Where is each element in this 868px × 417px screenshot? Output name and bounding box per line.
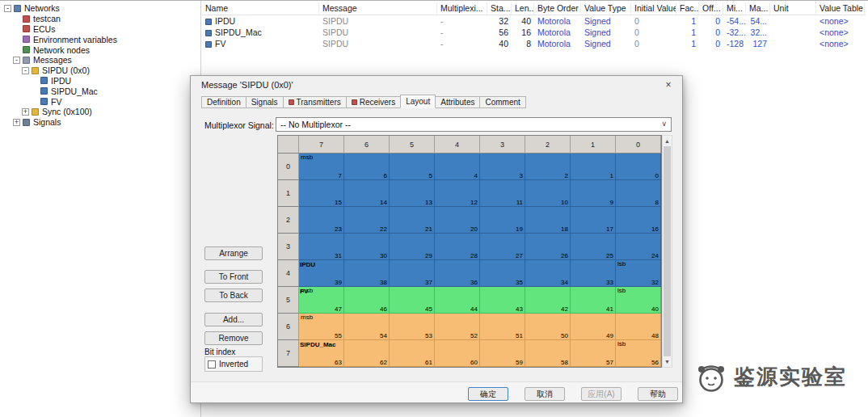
help-button[interactable]: 帮助	[638, 387, 678, 401]
bit-cell-16[interactable]: 16	[616, 207, 661, 234]
tab-layout[interactable]: Layout	[400, 95, 436, 108]
bit-cell-33[interactable]: 33	[571, 260, 616, 287]
tab-signals[interactable]: Signals	[246, 96, 284, 108]
tree-item-fv[interactable]: FV	[0, 96, 200, 107]
bit-cell-25[interactable]: 25	[571, 234, 616, 260]
bit-cell-23[interactable]: 23	[299, 207, 344, 234]
ok-button[interactable]: 确定	[468, 387, 508, 401]
tree-item-ecus[interactable]: ECUs	[0, 24, 200, 35]
tree-item-sync-0x100[interactable]: +Sync (0x100)	[0, 107, 200, 117]
inverted-checkbox[interactable]	[208, 360, 216, 369]
bit-cell-12[interactable]: 12	[435, 180, 480, 207]
bit-cell-17[interactable]: 17	[571, 207, 616, 234]
tree-item-ipdu[interactable]: IPDU	[0, 76, 200, 86]
bit-cell-38[interactable]: 38	[344, 260, 390, 287]
column-header-message[interactable]: Message	[319, 2, 437, 15]
tree-item-sipdu-mac[interactable]: SIPDU_Mac	[0, 86, 200, 96]
bit-cell-19[interactable]: 19	[480, 207, 525, 234]
bit-cell-35[interactable]: 35	[480, 260, 525, 287]
scroll-up-icon[interactable]: ▲	[663, 136, 672, 146]
collapse-icon[interactable]: -	[13, 57, 20, 64]
add-button[interactable]: Add...	[204, 313, 263, 326]
bit-cell-27[interactable]: 27	[480, 234, 525, 260]
bit-cell-55[interactable]: msb55	[299, 314, 344, 340]
bit-cell-2[interactable]: 2	[525, 154, 571, 180]
column-header-ma[interactable]: Ma...	[746, 2, 770, 15]
bit-cell-54[interactable]: 54	[344, 314, 390, 340]
to-back-button[interactable]: To Back	[204, 289, 263, 302]
table-row[interactable]: IPDUSIPDU-3240MotorolaSigned010-54...54.…	[202, 15, 865, 27]
bit-cell-44[interactable]: 44	[435, 287, 480, 314]
tab-transmitters[interactable]: Transmitters	[283, 96, 347, 108]
tree-item-signals[interactable]: +Signals	[0, 117, 200, 128]
cancel-button[interactable]: 取消	[525, 387, 565, 401]
collapse-icon[interactable]: -	[22, 67, 29, 74]
bit-cell-56[interactable]: lsb56	[616, 340, 661, 367]
bit-cell-46[interactable]: 46	[344, 287, 390, 314]
tree-item-sipdu-0x0[interactable]: -SIPDU (0x0)	[0, 65, 200, 76]
bit-cell-53[interactable]: 53	[390, 314, 435, 340]
column-header-initial-value[interactable]: Initial Value	[631, 2, 676, 15]
bit-cell-15[interactable]: 15	[299, 180, 344, 207]
arrange-button[interactable]: Arrange	[204, 246, 263, 260]
bit-cell-18[interactable]: 18	[525, 207, 571, 234]
bit-cell-13[interactable]: 13	[390, 180, 435, 207]
bit-cell-41[interactable]: 41	[571, 287, 616, 314]
tab-comment[interactable]: Comment	[479, 96, 525, 108]
tree-item-network-nodes[interactable]: Network nodes	[0, 44, 200, 55]
column-header-value-type[interactable]: Value Type	[581, 2, 631, 15]
bit-cell-29[interactable]: 29	[390, 234, 435, 260]
bit-cell-14[interactable]: 14	[344, 180, 390, 207]
table-row[interactable]: SIPDU_MacSIPDU-5616MotorolaSigned010-32.…	[202, 27, 865, 38]
bit-cell-34[interactable]: 34	[525, 260, 571, 287]
column-header-sta[interactable]: Sta...	[487, 2, 512, 15]
column-header-mi[interactable]: Mi...	[723, 2, 746, 15]
bit-cell-28[interactable]: 28	[435, 234, 480, 260]
bit-cell-7[interactable]: msb7	[299, 154, 344, 180]
column-header-len[interactable]: Len...	[512, 2, 534, 15]
column-header-byte-order[interactable]: Byte Order	[534, 2, 581, 15]
bit-cell-51[interactable]: 51	[480, 314, 525, 340]
bit-cell-58[interactable]: 58	[525, 340, 571, 367]
column-header-off[interactable]: Off...	[699, 2, 723, 15]
bit-cell-59[interactable]: 59	[480, 340, 525, 367]
bit-cell-37[interactable]: 37	[390, 260, 435, 287]
expand-icon[interactable]: +	[22, 108, 29, 116]
bit-cell-50[interactable]: 50	[525, 314, 571, 340]
bit-cell-31[interactable]: 31	[299, 234, 344, 260]
bit-cell-40[interactable]: lsb40	[616, 287, 661, 314]
bit-cell-9[interactable]: 9	[571, 180, 616, 207]
column-header-value-table[interactable]: Value Table	[816, 2, 865, 15]
bit-cell-3[interactable]: 3	[480, 154, 525, 180]
bit-cell-26[interactable]: 26	[525, 234, 571, 260]
bit-cell-42[interactable]: 42	[525, 287, 571, 314]
remove-button[interactable]: Remove	[204, 331, 263, 345]
bit-cell-45[interactable]: 45	[390, 287, 435, 314]
bit-cell-62[interactable]: 62	[344, 340, 390, 367]
close-icon[interactable]: ×	[655, 76, 682, 95]
bit-cell-60[interactable]: 60	[435, 340, 480, 367]
bit-cell-57[interactable]: 57	[571, 340, 616, 367]
tab-attributes[interactable]: Attributes	[435, 96, 480, 108]
multiplexor-signal-select[interactable]: -- No Multiplexor -- ∨	[276, 117, 672, 132]
collapse-icon[interactable]: -	[4, 5, 11, 12]
tree-item-messages[interactable]: -Messages	[0, 55, 200, 65]
scrollbar-thumb[interactable]	[664, 146, 671, 356]
bit-cell-11[interactable]: 11	[480, 180, 525, 207]
bit-cell-21[interactable]: 21	[390, 207, 435, 234]
bit-cell-1[interactable]: 1	[571, 154, 616, 180]
column-header-name[interactable]: Name	[202, 2, 319, 15]
column-header-multiplexi[interactable]: Multiplexi...	[437, 2, 487, 15]
bit-cell-43[interactable]: 43	[480, 287, 525, 314]
bit-cell-48[interactable]: 48	[616, 314, 661, 340]
bit-cell-49[interactable]: 49	[571, 314, 616, 340]
table-row[interactable]: FVSIPDU-408MotorolaSigned010-128127<none…	[202, 38, 865, 49]
bit-cell-61[interactable]: 61	[390, 340, 435, 367]
dialog-titlebar[interactable]: Message 'SIPDU (0x0)' ×	[191, 76, 682, 95]
bit-cell-8[interactable]: 8	[616, 180, 661, 207]
expand-icon[interactable]: +	[13, 119, 20, 126]
bit-cell-5[interactable]: 5	[390, 154, 435, 180]
bit-cell-20[interactable]: 20	[435, 207, 480, 234]
tab-receivers[interactable]: Receivers	[346, 96, 401, 108]
tree-item-testcan[interactable]: testcan	[0, 14, 200, 24]
